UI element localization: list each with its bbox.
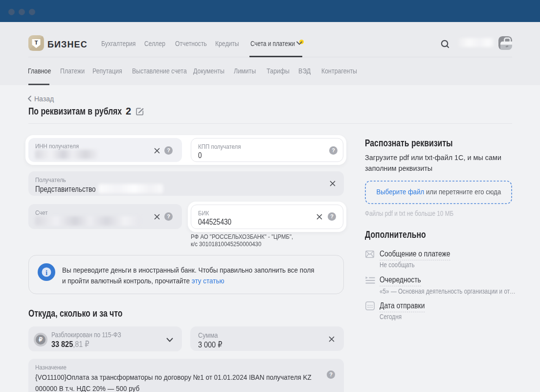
svg-text:Т: Т <box>35 40 38 46</box>
svg-text:i: i <box>45 269 47 277</box>
svg-text:?: ? <box>167 147 170 153</box>
svg-text:₽: ₽ <box>39 336 43 343</box>
svg-text:?: ? <box>329 371 333 377</box>
svg-text:?: ? <box>332 147 335 153</box>
svg-text:?: ? <box>330 213 334 219</box>
svg-text:?: ? <box>167 213 170 219</box>
